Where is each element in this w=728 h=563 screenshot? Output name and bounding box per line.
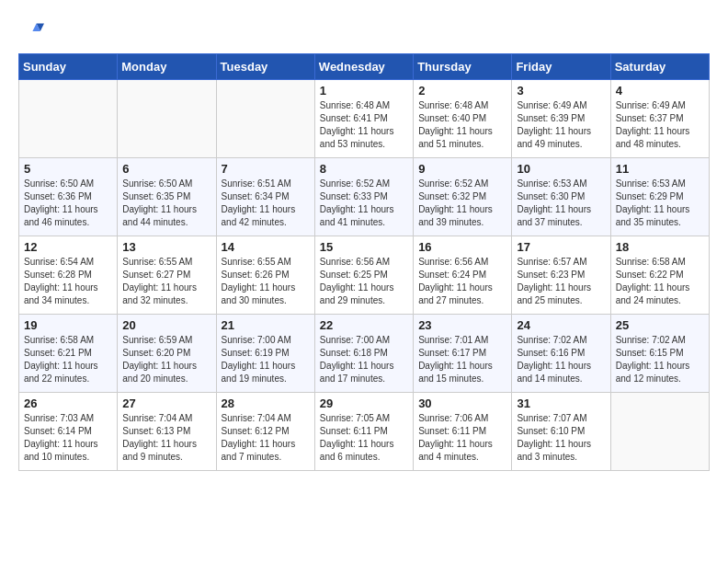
day-detail: Sunrise: 6:52 AM Sunset: 6:32 PM Dayligh… bbox=[418, 178, 506, 229]
calendar-week-row: 1Sunrise: 6:48 AM Sunset: 6:41 PM Daylig… bbox=[19, 80, 710, 158]
day-detail: Sunrise: 7:07 AM Sunset: 6:10 PM Dayligh… bbox=[517, 412, 605, 464]
calendar-week-row: 5Sunrise: 6:50 AM Sunset: 6:36 PM Daylig… bbox=[19, 158, 710, 236]
calendar-week-row: 26Sunrise: 7:03 AM Sunset: 6:14 PM Dayli… bbox=[19, 393, 710, 471]
day-number: 19 bbox=[24, 318, 112, 332]
day-detail: Sunrise: 6:48 AM Sunset: 6:41 PM Dayligh… bbox=[320, 99, 408, 151]
calendar-header-thursday: Thursday bbox=[414, 54, 512, 80]
calendar-cell: 27Sunrise: 7:04 AM Sunset: 6:13 PM Dayli… bbox=[118, 393, 216, 471]
day-number: 18 bbox=[616, 240, 704, 254]
day-number: 23 bbox=[418, 318, 506, 332]
calendar-cell: 13Sunrise: 6:55 AM Sunset: 6:27 PM Dayli… bbox=[118, 236, 216, 315]
calendar-cell: 29Sunrise: 7:05 AM Sunset: 6:11 PM Dayli… bbox=[314, 393, 413, 471]
day-detail: Sunrise: 6:49 AM Sunset: 6:37 PM Dayligh… bbox=[616, 99, 704, 151]
calendar-cell: 5Sunrise: 6:50 AM Sunset: 6:36 PM Daylig… bbox=[19, 158, 118, 236]
calendar-header-saturday: Saturday bbox=[610, 54, 709, 80]
calendar-cell: 23Sunrise: 7:01 AM Sunset: 6:17 PM Dayli… bbox=[414, 315, 512, 393]
day-detail: Sunrise: 6:50 AM Sunset: 6:35 PM Dayligh… bbox=[122, 178, 210, 229]
calendar-cell: 22Sunrise: 7:00 AM Sunset: 6:18 PM Dayli… bbox=[314, 315, 413, 393]
day-number: 24 bbox=[517, 318, 605, 332]
calendar-cell: 31Sunrise: 7:07 AM Sunset: 6:10 PM Dayli… bbox=[512, 393, 610, 471]
day-detail: Sunrise: 6:50 AM Sunset: 6:36 PM Dayligh… bbox=[24, 178, 112, 229]
day-detail: Sunrise: 6:57 AM Sunset: 6:23 PM Dayligh… bbox=[517, 256, 605, 307]
calendar-week-row: 19Sunrise: 6:58 AM Sunset: 6:21 PM Dayli… bbox=[19, 315, 710, 393]
calendar-cell: 10Sunrise: 6:53 AM Sunset: 6:30 PM Dayli… bbox=[512, 158, 610, 236]
day-number: 7 bbox=[222, 162, 310, 176]
day-number: 2 bbox=[418, 84, 506, 98]
day-detail: Sunrise: 7:04 AM Sunset: 6:12 PM Dayligh… bbox=[222, 412, 310, 464]
day-detail: Sunrise: 6:58 AM Sunset: 6:22 PM Dayligh… bbox=[616, 256, 704, 307]
calendar-cell: 11Sunrise: 6:53 AM Sunset: 6:29 PM Dayli… bbox=[610, 158, 709, 236]
day-detail: Sunrise: 7:05 AM Sunset: 6:11 PM Dayligh… bbox=[320, 412, 408, 464]
day-number: 6 bbox=[122, 162, 210, 176]
day-detail: Sunrise: 6:53 AM Sunset: 6:30 PM Dayligh… bbox=[517, 178, 605, 229]
calendar-cell: 28Sunrise: 7:04 AM Sunset: 6:12 PM Dayli… bbox=[216, 393, 314, 471]
day-number: 28 bbox=[222, 396, 310, 410]
day-detail: Sunrise: 6:51 AM Sunset: 6:34 PM Dayligh… bbox=[222, 178, 310, 229]
calendar-cell bbox=[19, 80, 118, 158]
day-detail: Sunrise: 7:01 AM Sunset: 6:17 PM Dayligh… bbox=[418, 334, 506, 385]
day-detail: Sunrise: 6:54 AM Sunset: 6:28 PM Dayligh… bbox=[24, 256, 112, 307]
day-number: 1 bbox=[320, 84, 408, 98]
day-detail: Sunrise: 6:56 AM Sunset: 6:25 PM Dayligh… bbox=[320, 256, 408, 307]
day-number: 16 bbox=[418, 240, 506, 254]
calendar-cell: 4Sunrise: 6:49 AM Sunset: 6:37 PM Daylig… bbox=[610, 80, 709, 158]
page-header bbox=[18, 18, 710, 44]
day-number: 14 bbox=[222, 240, 310, 254]
day-detail: Sunrise: 7:02 AM Sunset: 6:15 PM Dayligh… bbox=[616, 334, 704, 385]
calendar-cell: 25Sunrise: 7:02 AM Sunset: 6:15 PM Dayli… bbox=[610, 315, 709, 393]
calendar-cell: 15Sunrise: 6:56 AM Sunset: 6:25 PM Dayli… bbox=[314, 236, 413, 315]
day-detail: Sunrise: 7:02 AM Sunset: 6:16 PM Dayligh… bbox=[517, 334, 605, 385]
day-detail: Sunrise: 6:55 AM Sunset: 6:27 PM Dayligh… bbox=[122, 256, 210, 307]
day-number: 4 bbox=[616, 84, 704, 98]
calendar-header-wednesday: Wednesday bbox=[314, 54, 413, 80]
day-detail: Sunrise: 6:52 AM Sunset: 6:33 PM Dayligh… bbox=[320, 178, 408, 229]
day-number: 21 bbox=[222, 318, 310, 332]
day-detail: Sunrise: 7:00 AM Sunset: 6:18 PM Dayligh… bbox=[320, 334, 408, 385]
calendar-cell: 30Sunrise: 7:06 AM Sunset: 6:11 PM Dayli… bbox=[414, 393, 512, 471]
day-number: 15 bbox=[320, 240, 408, 254]
calendar-cell: 1Sunrise: 6:48 AM Sunset: 6:41 PM Daylig… bbox=[314, 80, 413, 158]
calendar-header-row: SundayMondayTuesdayWednesdayThursdayFrid… bbox=[19, 54, 710, 80]
calendar-cell: 14Sunrise: 6:55 AM Sunset: 6:26 PM Dayli… bbox=[216, 236, 314, 315]
calendar-cell: 12Sunrise: 6:54 AM Sunset: 6:28 PM Dayli… bbox=[19, 236, 118, 315]
calendar-cell: 3Sunrise: 6:49 AM Sunset: 6:39 PM Daylig… bbox=[512, 80, 610, 158]
day-detail: Sunrise: 6:59 AM Sunset: 6:20 PM Dayligh… bbox=[122, 334, 210, 385]
calendar-cell: 19Sunrise: 6:58 AM Sunset: 6:21 PM Dayli… bbox=[19, 315, 118, 393]
calendar-cell: 6Sunrise: 6:50 AM Sunset: 6:35 PM Daylig… bbox=[118, 158, 216, 236]
logo bbox=[18, 18, 48, 44]
calendar-cell: 9Sunrise: 6:52 AM Sunset: 6:32 PM Daylig… bbox=[414, 158, 512, 236]
day-detail: Sunrise: 7:00 AM Sunset: 6:19 PM Dayligh… bbox=[222, 334, 310, 385]
calendar-cell: 20Sunrise: 6:59 AM Sunset: 6:20 PM Dayli… bbox=[118, 315, 216, 393]
day-detail: Sunrise: 6:48 AM Sunset: 6:40 PM Dayligh… bbox=[418, 99, 506, 151]
day-detail: Sunrise: 7:04 AM Sunset: 6:13 PM Dayligh… bbox=[122, 412, 210, 464]
calendar-cell bbox=[118, 80, 216, 158]
calendar-cell: 21Sunrise: 7:00 AM Sunset: 6:19 PM Dayli… bbox=[216, 315, 314, 393]
calendar-week-row: 12Sunrise: 6:54 AM Sunset: 6:28 PM Dayli… bbox=[19, 236, 710, 315]
day-detail: Sunrise: 6:53 AM Sunset: 6:29 PM Dayligh… bbox=[616, 178, 704, 229]
day-number: 3 bbox=[517, 84, 605, 98]
day-number: 8 bbox=[320, 162, 408, 176]
calendar-header-tuesday: Tuesday bbox=[216, 54, 314, 80]
calendar-cell: 8Sunrise: 6:52 AM Sunset: 6:33 PM Daylig… bbox=[314, 158, 413, 236]
day-number: 30 bbox=[418, 396, 506, 410]
day-number: 5 bbox=[24, 162, 112, 176]
day-number: 11 bbox=[616, 162, 704, 176]
day-number: 22 bbox=[320, 318, 408, 332]
day-detail: Sunrise: 6:55 AM Sunset: 6:26 PM Dayligh… bbox=[222, 256, 310, 307]
day-detail: Sunrise: 6:58 AM Sunset: 6:21 PM Dayligh… bbox=[24, 334, 112, 385]
day-number: 12 bbox=[24, 240, 112, 254]
calendar-header-sunday: Sunday bbox=[19, 54, 118, 80]
day-number: 17 bbox=[517, 240, 605, 254]
day-number: 25 bbox=[616, 318, 704, 332]
logo-icon bbox=[18, 18, 44, 44]
day-number: 13 bbox=[122, 240, 210, 254]
day-detail: Sunrise: 6:56 AM Sunset: 6:24 PM Dayligh… bbox=[418, 256, 506, 307]
calendar-cell: 7Sunrise: 6:51 AM Sunset: 6:34 PM Daylig… bbox=[216, 158, 314, 236]
calendar-cell: 17Sunrise: 6:57 AM Sunset: 6:23 PM Dayli… bbox=[512, 236, 610, 315]
calendar-cell: 16Sunrise: 6:56 AM Sunset: 6:24 PM Dayli… bbox=[414, 236, 512, 315]
day-detail: Sunrise: 6:49 AM Sunset: 6:39 PM Dayligh… bbox=[517, 99, 605, 151]
day-number: 26 bbox=[24, 396, 112, 410]
day-number: 9 bbox=[418, 162, 506, 176]
calendar-cell: 2Sunrise: 6:48 AM Sunset: 6:40 PM Daylig… bbox=[414, 80, 512, 158]
day-number: 27 bbox=[122, 396, 210, 410]
